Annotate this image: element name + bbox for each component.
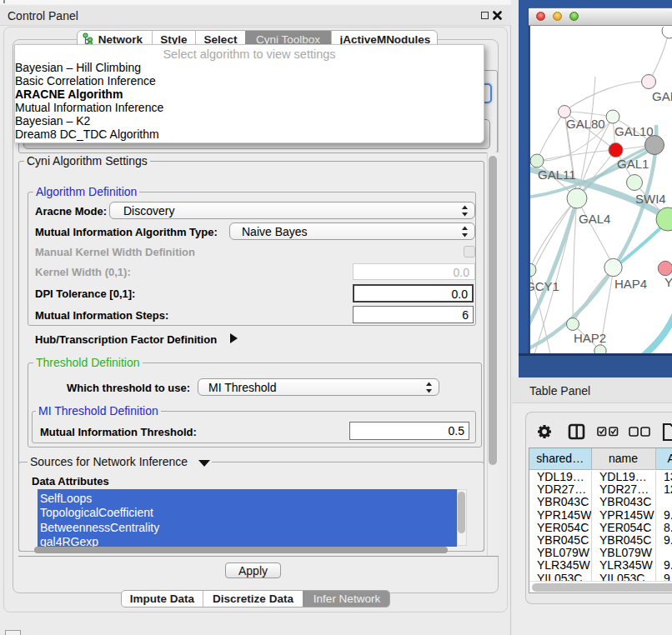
svg-text:GAL10: GAL10 — [614, 124, 654, 138]
svg-text:GAL4: GAL4 — [579, 212, 610, 226]
svg-text:HAP4: HAP4 — [614, 277, 647, 291]
svg-text:HAP2: HAP2 — [574, 331, 606, 345]
svg-text:GAL1: GAL1 — [617, 157, 649, 171]
svg-text:GCY1: GCY1 — [530, 279, 559, 293]
svg-text:GAL80: GAL80 — [566, 117, 605, 131]
svg-text:Y: Y — [664, 275, 672, 289]
svg-text:SWI4: SWI4 — [635, 192, 666, 206]
svg-text:GAL2: GAL2 — [652, 89, 672, 103]
svg-text:GAL11: GAL11 — [538, 168, 576, 182]
